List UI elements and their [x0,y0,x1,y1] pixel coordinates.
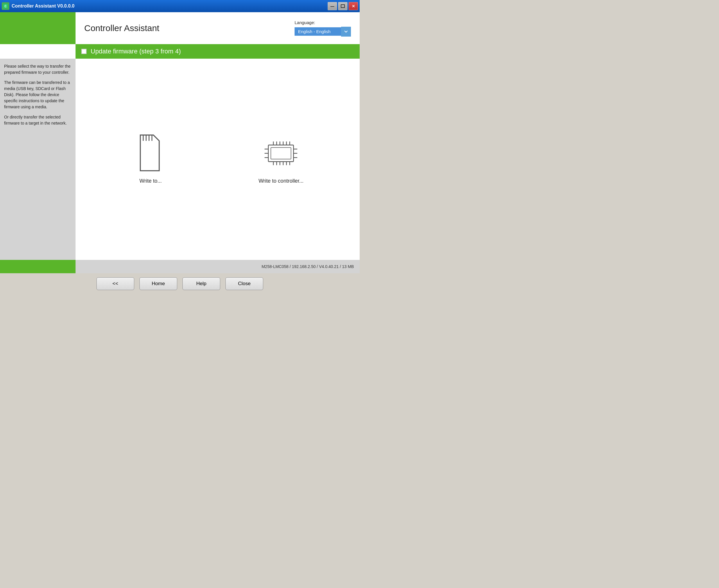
bottom-buttons: << Home Help Close [0,273,360,294]
title-bar: C Controller Assistant V0.0.0.0 — ✕ [0,0,360,12]
svg-rect-8 [271,148,291,159]
language-select-wrapper: English - English Deutsch - German Franç… [294,27,351,37]
language-label: Language: [294,20,315,25]
content-area: Please sellect the way to transfer the p… [0,59,360,260]
step-title: Update firmware (step 3 from 4) [91,48,181,55]
write-to-media-card[interactable]: Write to... [131,134,169,184]
sidebar-paragraph-2: The firmware can be transferred to a med… [4,80,71,110]
sidebar-paragraph-3: Or directly transfer the selected firmwa… [4,114,71,126]
language-section: Language: English - English Deutsch - Ge… [294,20,351,37]
svg-rect-2 [341,5,345,7]
main-content: Write to... [76,59,360,260]
title-bar-left: C Controller Assistant V0.0.0.0 [2,2,74,10]
svg-text:C: C [4,5,6,8]
main-window: Controller Assistant Language: English -… [0,12,360,294]
write-to-controller-label: Write to controller... [259,178,304,184]
write-to-label: Write to... [140,178,162,184]
step-bar-sidebar [0,44,76,59]
step-bar: Update firmware (step 3 from 4) [0,44,360,59]
close-button[interactable]: Close [225,277,263,290]
close-window-button[interactable]: ✕ [349,2,358,10]
main-header: Controller Assistant Language: English -… [76,12,360,44]
title-bar-text: Controller Assistant V0.0.0.0 [12,3,74,9]
app-title: Controller Assistant [84,23,159,33]
help-button[interactable]: Help [182,277,220,290]
sd-card-icon [131,134,169,172]
write-to-controller-card[interactable]: Write to controller... [259,134,304,184]
back-button[interactable]: << [97,277,134,290]
main-footer: M258-LMC058 / 192.168.2.50 / V4.0.40.21 … [76,260,360,273]
sidebar-footer-green [0,260,76,273]
app-icon: C [2,2,9,10]
title-bar-buttons: — ✕ [328,2,358,10]
step-bar-main: Update firmware (step 3 from 4) [76,44,360,59]
sidebar-header-green [0,12,76,44]
home-button[interactable]: Home [140,277,177,290]
sidebar-content: Please sellect the way to transfer the p… [0,59,76,260]
language-select[interactable]: English - English Deutsch - German Franç… [294,27,341,36]
footer-area: M258-LMC058 / 192.168.2.50 / V4.0.40.21 … [0,260,360,273]
step-checkbox[interactable] [81,49,86,54]
status-text: M258-LMC058 / 192.168.2.50 / V4.0.40.21 … [262,264,354,269]
header-area: Controller Assistant Language: English -… [0,12,360,44]
language-dropdown-arrow[interactable] [341,27,351,37]
maximize-button[interactable] [338,2,347,10]
sidebar-paragraph-1: Please sellect the way to transfer the p… [4,63,71,76]
controller-chip-icon [262,134,300,172]
minimize-button[interactable]: — [328,2,337,10]
